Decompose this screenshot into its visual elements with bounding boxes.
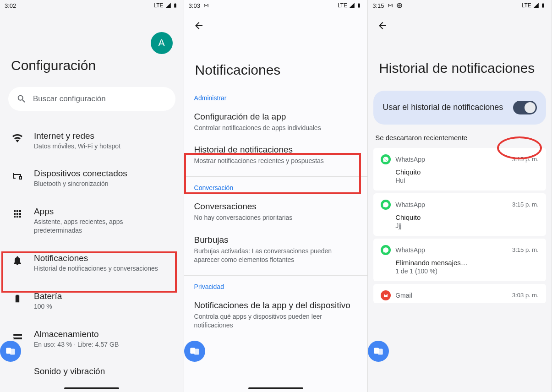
status-time: 3:15 (372, 2, 384, 9)
svg-rect-6 (378, 349, 383, 355)
pref-sub: Controla qué apps y dispositivos pueden … (194, 312, 358, 330)
item-label: Batería (34, 291, 62, 301)
item-label: Notificaciones (34, 253, 158, 263)
item-storage[interactable]: Almacenamiento En uso: 43 % · Libre: 4.5… (9, 320, 175, 358)
status-time: 3:03 (189, 2, 200, 9)
floating-translate-badge[interactable] (368, 341, 389, 362)
bell-icon (12, 255, 23, 266)
divider (184, 176, 368, 177)
notification-card[interactable]: Gmail 3:03 p. m. (373, 284, 546, 303)
signal-icon (165, 2, 171, 9)
item-apps[interactable]: Apps Asistente, apps recientes, apps pre… (9, 197, 175, 244)
pref-conversations[interactable]: Conversaciones No hay conversaciones pri… (184, 195, 368, 229)
pref-app-config[interactable]: Configuración de la app Controlar notifi… (184, 105, 368, 139)
svg-rect-1 (10, 349, 15, 355)
item-battery[interactable]: Batería 100 % (9, 282, 175, 320)
gmail-icon (381, 290, 391, 300)
status-lte: LTE (153, 2, 163, 9)
notification-card[interactable]: WhatsApp 3:15 p. m. Chiquito Jjj (373, 193, 546, 236)
back-button[interactable] (192, 19, 205, 32)
item-label: Dispositivos conectados (34, 169, 127, 179)
browser-status-icon (396, 2, 403, 9)
battery-icon (541, 2, 547, 9)
signal-icon (533, 2, 539, 9)
floating-translate-badge[interactable] (0, 341, 21, 362)
battery-icon (356, 2, 363, 9)
item-connected-devices[interactable]: Dispositivos conectados Bluetooth y sinc… (9, 159, 175, 197)
screen-notifications: 3:03 LTE Notificaciones Administrar Conf… (184, 0, 368, 392)
notif-time: 3:03 p. m. (512, 292, 539, 299)
item-label: Almacenamiento (34, 329, 119, 339)
status-bar: 3:03 LTE (184, 0, 368, 11)
gmail-status-icon (203, 2, 209, 9)
item-sub: Datos móviles, Wi-Fi y hotspot (34, 142, 120, 151)
pref-label: Notificaciones de la app y del dispositi… (194, 300, 358, 310)
apps-icon (12, 208, 23, 219)
search-icon (16, 94, 27, 104)
back-button[interactable] (376, 19, 389, 32)
item-internet[interactable]: Internet y redes Datos móviles, Wi-Fi y … (9, 122, 175, 160)
pref-sub: No hay conversaciones prioritarias (194, 213, 358, 222)
whatsapp-icon (381, 154, 391, 164)
notif-body: 1 de 1 (100 %) (395, 267, 539, 275)
gmail-status-icon (387, 2, 394, 9)
avatar[interactable]: A (151, 32, 173, 54)
settings-list: Internet y redes Datos móviles, Wi-Fi y … (0, 122, 184, 358)
item-label: Internet y redes (34, 131, 120, 141)
pref-label: Configuración de la app (194, 112, 358, 122)
avatar-letter: A (158, 37, 165, 49)
item-label: Apps (34, 207, 173, 217)
battery-icon (13, 293, 22, 304)
wifi-icon (12, 133, 23, 144)
pref-notification-history[interactable]: Historial de notificaciones Mostrar noti… (184, 138, 368, 172)
pref-sub: Mostrar notificaciones recientes y pospu… (194, 157, 358, 165)
gesture-nav-hint (64, 387, 119, 389)
notif-app: WhatsApp (395, 156, 425, 163)
search-input[interactable]: Buscar configuración (8, 87, 175, 111)
notification-card[interactable]: WhatsApp 3:15 p. m. Eliminando mensajes…… (373, 239, 546, 281)
notif-time: 3:15 p. m. (512, 246, 539, 253)
item-sub: En uso: 43 % · Libre: 4.57 GB (34, 340, 119, 349)
section-privacy: Privacidad (184, 280, 368, 294)
toggle-label: Usar el historial de notificaciones (383, 102, 503, 113)
divider (184, 275, 368, 276)
toggle-use-history[interactable]: Usar el historial de notificaciones (373, 91, 546, 125)
status-time: 3:02 (5, 2, 16, 9)
dismissed-section-label: Se descartaron recientemente (368, 134, 552, 148)
storage-icon (12, 331, 23, 342)
screen-notification-history: 3:15 LTE Historial de notificaciones Usa… (368, 0, 552, 392)
status-lte: LTE (522, 2, 531, 9)
notif-title: Chiquito (395, 213, 539, 221)
item-notifications[interactable]: Notificaciones Historial de notificacion… (9, 244, 175, 282)
status-bar: 3:02 LTE (0, 0, 184, 11)
notification-card[interactable]: WhatsApp 3:15 p. m. Chiquito Huí (373, 148, 546, 191)
whatsapp-icon (381, 245, 391, 255)
pref-label: Conversaciones (194, 201, 358, 212)
floating-translate-badge[interactable] (184, 341, 205, 362)
page-title: Historial de notificaciones (368, 60, 552, 77)
search-placeholder: Buscar configuración (33, 94, 106, 103)
notif-title: Eliminando mensajes… (395, 259, 539, 267)
item-sub: 100 % (34, 302, 62, 311)
devices-icon (12, 170, 23, 181)
notif-body: Huí (395, 177, 539, 184)
notif-body: Jjj (395, 222, 539, 229)
notif-time: 3:15 p. m. (512, 156, 539, 163)
svg-rect-3 (194, 349, 199, 355)
item-sub: Historial de notificaciones y conversaci… (34, 264, 158, 273)
pref-app-device-notifications[interactable]: Notificaciones de la app y del dispositi… (184, 294, 368, 336)
item-sub: Asistente, apps recientes, apps predeter… (34, 218, 173, 235)
screen-settings: 3:02 LTE A Configuración Buscar configur… (0, 0, 184, 392)
section-manage: Administrar (184, 92, 368, 105)
switch-on[interactable] (513, 101, 537, 114)
pref-sub: Controlar notificaciones de apps individ… (194, 124, 358, 132)
item-sub: Bluetooth y sincronización (34, 180, 127, 188)
pref-bubbles[interactable]: Burbujas Burbujas activadas: Las convers… (184, 229, 368, 271)
item-sound-cutoff[interactable]: Sonido y vibración (0, 358, 184, 376)
notif-app: WhatsApp (395, 201, 425, 208)
pref-sub: Burbujas activadas: Las conversaciones p… (194, 247, 358, 264)
pref-label: Burbujas (194, 235, 358, 245)
battery-icon (173, 2, 179, 9)
signal-icon (349, 2, 355, 9)
page-title: Configuración (0, 57, 184, 74)
